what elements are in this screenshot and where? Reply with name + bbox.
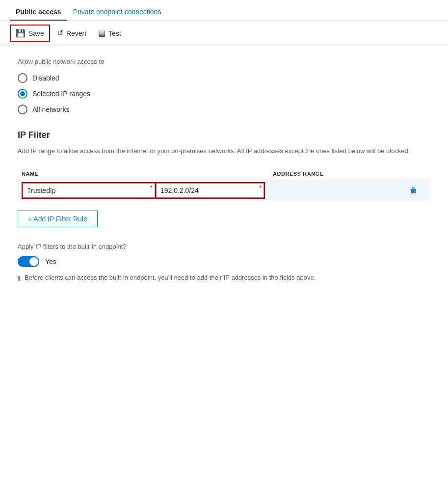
ip-filter-section: IP Filter Add IP range to allow access f…	[18, 130, 430, 227]
address-required-star: *	[259, 185, 262, 191]
toggle-row: Yes	[18, 256, 430, 267]
radio-circle-all-networks	[18, 105, 27, 114]
radio-label-all-networks: All networks	[32, 106, 69, 113]
revert-icon: ↺	[57, 28, 63, 38]
radio-circle-disabled	[18, 73, 27, 83]
action-cell: 🗑	[401, 180, 430, 201]
add-rule-label: + Add IP Filter Rule	[28, 215, 87, 223]
save-label: Save	[28, 29, 44, 37]
ip-filter-title: IP Filter	[18, 130, 430, 140]
radio-label-disabled: Disabled	[32, 74, 59, 82]
name-input[interactable]	[23, 183, 155, 198]
delete-row-button[interactable]: 🗑	[405, 184, 422, 197]
col-header-action	[401, 168, 430, 180]
tab-private-endpoint[interactable]: Private endpoint connections	[67, 4, 167, 21]
delete-icon: 🗑	[410, 186, 418, 195]
add-ip-filter-rule-button[interactable]: + Add IP Filter Rule	[18, 211, 98, 227]
info-note-text: Before clients can access the built-in e…	[25, 273, 316, 283]
ip-filter-table: NAME ADDRESS RANGE *	[18, 168, 430, 201]
radio-item-disabled[interactable]: Disabled	[18, 73, 430, 83]
radio-item-selected-ip[interactable]: Selected IP ranges	[18, 89, 430, 99]
network-access-section: Allow public network access to Disabled …	[18, 58, 430, 114]
address-input[interactable]	[156, 183, 264, 198]
save-button[interactable]: 💾 Save	[10, 25, 50, 42]
col-header-name: NAME	[18, 168, 269, 180]
test-button[interactable]: ▤ Test	[93, 26, 126, 41]
radio-label-selected-ip: Selected IP ranges	[32, 90, 90, 98]
info-icon: ℹ	[18, 273, 21, 285]
revert-label: Revert	[66, 29, 86, 37]
col-header-address: ADDRESS RANGE	[269, 168, 401, 180]
test-icon: ▤	[98, 28, 105, 38]
save-icon: 💾	[16, 28, 26, 38]
table-row: * * 🗑	[18, 180, 430, 201]
toolbar: 💾 Save ↺ Revert ▤ Test	[0, 21, 448, 46]
address-cell	[269, 180, 401, 201]
endpoint-toggle[interactable]	[18, 256, 39, 267]
info-note: ℹ Before clients can access the built-in…	[18, 273, 430, 285]
revert-button[interactable]: ↺ Revert	[52, 26, 91, 41]
built-in-endpoint-section: Apply IP filters to the built-in endpoin…	[18, 243, 430, 285]
radio-item-all-networks[interactable]: All networks	[18, 105, 430, 114]
radio-group-network: Disabled Selected IP ranges All networks	[18, 73, 430, 114]
name-cell: * *	[18, 180, 269, 201]
network-access-label: Allow public network access to	[18, 58, 430, 65]
tabs-bar: Public access Private endpoint connectio…	[0, 0, 448, 21]
ip-filter-description: Add IP range to allow access from the in…	[18, 146, 430, 156]
toggle-yes-label: Yes	[45, 258, 56, 266]
name-required-star: *	[150, 185, 153, 191]
main-content: Allow public network access to Disabled …	[0, 46, 448, 296]
endpoint-label: Apply IP filters to the built-in endpoin…	[18, 243, 430, 250]
tab-public-access[interactable]: Public access	[10, 4, 67, 21]
radio-circle-selected-ip	[18, 89, 27, 99]
test-label: Test	[108, 29, 121, 37]
